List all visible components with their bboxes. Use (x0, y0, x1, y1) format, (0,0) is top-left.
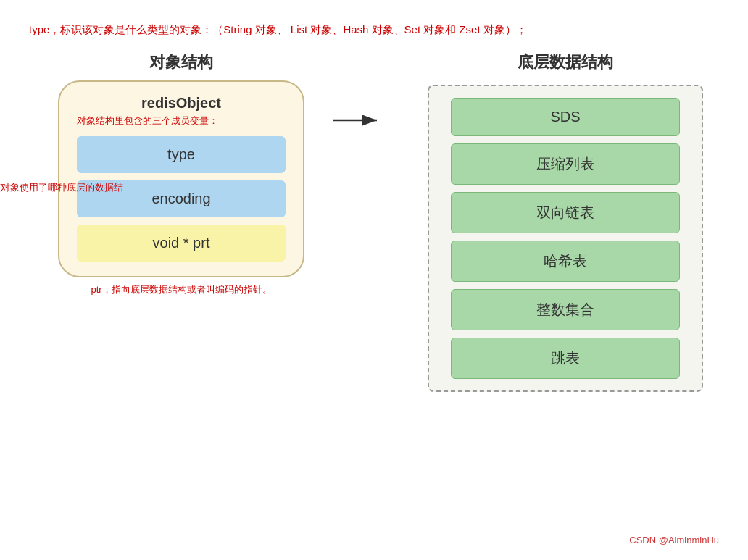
right-title: 底层数据结构 (428, 51, 703, 73)
right-dashed-box: SDS压缩列表双向链表哈希表整数集合跳表 (428, 85, 703, 392)
page-container: type，标识该对象是什么类型的对象：（String 对象、 List 对象、H… (0, 0, 748, 560)
top-annotation: type，标识该对象是什么类型的对象：（String 对象、 List 对象、H… (29, 22, 719, 38)
left-title: 对象结构 (29, 51, 333, 73)
redis-sub-label: 对象结构里包含的三个成员变量： (77, 114, 286, 128)
ds-item: 双向链表 (451, 192, 680, 233)
main-content: 对象结构 redisObject 对象结构里包含的三个成员变量： type en… (29, 51, 719, 392)
annotation-encoding: encoding，标识该对象使用了哪种底层的数据结构； (0, 180, 128, 209)
ds-item: 跳表 (451, 338, 680, 379)
right-panel: 底层数据结构 SDS压缩列表双向链表哈希表整数集合跳表 (428, 51, 703, 392)
field-ptr-box: void * prt (77, 225, 286, 262)
field-type-box: type (77, 136, 286, 173)
left-panel: 对象结构 redisObject 对象结构里包含的三个成员变量： type en… (29, 51, 333, 296)
redis-object-label: redisObject (77, 95, 286, 112)
ds-item: 哈希表 (451, 241, 680, 282)
ds-item: SDS (451, 98, 680, 136)
arrow-area (333, 109, 384, 131)
watermark: CSDN @AlminminHu (629, 535, 719, 546)
arrow-svg (333, 109, 384, 131)
redis-object-box: redisObject 对象结构里包含的三个成员变量： type encodin… (58, 80, 304, 277)
annotation-ptr: ptr，指向底层数据结构或者叫编码的指针。 (58, 283, 304, 296)
ds-item: 整数集合 (451, 289, 680, 330)
ds-item: 压缩列表 (451, 143, 680, 185)
